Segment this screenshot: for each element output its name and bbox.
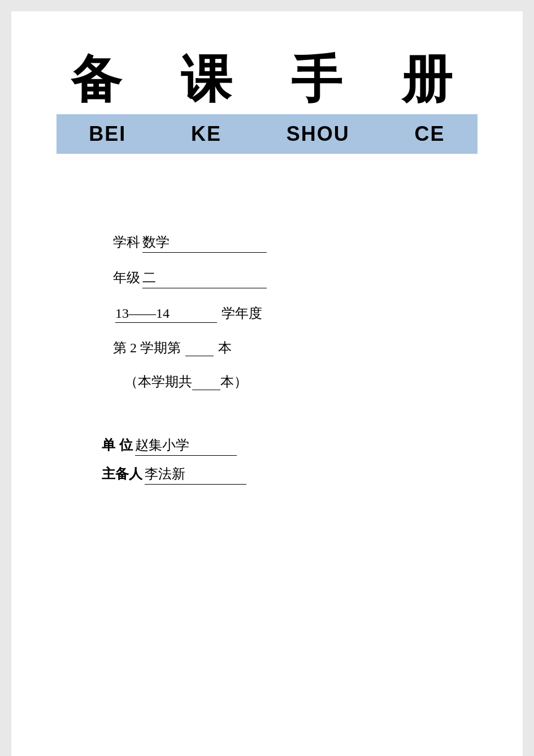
semester-ben-blank [185, 340, 214, 356]
subtitle-ke: KE [191, 122, 222, 146]
bottom-section: 单 位 赵集小学 主备人 李法新 [57, 436, 477, 485]
grade-row: 年级 二 [113, 269, 477, 288]
total-ben: 本） [220, 373, 248, 391]
unit-value: 赵集小学 [135, 436, 237, 456]
subject-value: 数学 [142, 233, 267, 253]
semester-text: 第 2 学期第 [113, 339, 181, 357]
semester-row: 第 2 学期第 本 [113, 339, 477, 357]
subtitle-ce: CE [415, 122, 445, 146]
year-value: 13——14 [115, 306, 217, 323]
person-value: 李法新 [145, 465, 246, 485]
unit-row: 单 位 赵集小学 [102, 436, 477, 456]
subject-row: 学科 数学 [113, 233, 477, 253]
page: 备 课 手 册 BEI KE SHOU CE 学科 数学 年级 二 13——14… [11, 11, 523, 756]
total-ben-blank [192, 374, 220, 390]
person-label: 主备人 [102, 465, 142, 483]
semester-ben: 本 [218, 339, 232, 357]
subtitle-bar: BEI KE SHOU CE [57, 114, 477, 154]
subject-label: 学科 [113, 233, 140, 251]
unit-label: 单 位 [102, 436, 133, 454]
subtitle-bei: BEI [89, 122, 126, 146]
person-row: 主备人 李法新 [102, 465, 477, 485]
total-text: （本学期共 [124, 373, 192, 391]
info-section: 学科 数学 年级 二 13——14 学年度 第 2 学期第 本 （本学期共 本） [57, 233, 477, 391]
grade-value: 二 [142, 269, 267, 288]
main-title: 备 课 手 册 [57, 45, 477, 114]
grade-label: 年级 [113, 269, 140, 287]
total-row: （本学期共 本） [113, 373, 477, 391]
year-row: 13——14 学年度 [113, 304, 477, 323]
year-suffix: 学年度 [222, 304, 262, 322]
subtitle-shou: SHOU [286, 122, 350, 146]
